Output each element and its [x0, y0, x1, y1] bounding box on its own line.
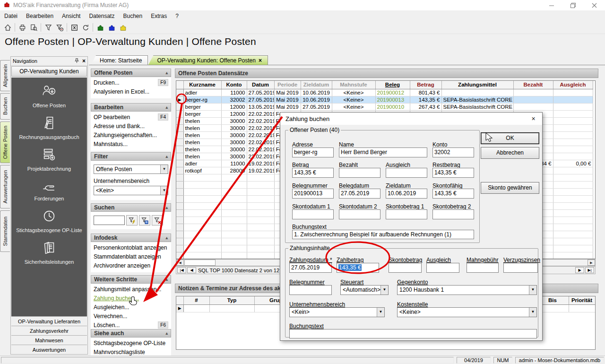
search-filter-clear-icon[interactable] — [152, 215, 163, 225]
cell[interactable]: SEPA-Basislastschrift CORE — [441, 96, 513, 103]
cell[interactable] — [247, 181, 274, 188]
row-selector[interactable] — [176, 89, 183, 96]
chevron-down-icon[interactable]: ▼ — [380, 286, 388, 295]
cell[interactable] — [513, 96, 553, 103]
cell[interactable]: 0,00 € — [553, 160, 593, 167]
vtab-buchen[interactable]: Buchen — [0, 93, 10, 120]
collapse-icon[interactable]: ▴ — [165, 205, 168, 210]
scroll-left-icon[interactable]: ◀ — [176, 260, 184, 266]
cell[interactable]: 201900013 — [375, 96, 410, 103]
cell[interactable]: 27.05.2019 — [301, 103, 332, 110]
cell[interactable] — [553, 202, 593, 209]
puzzle-yellow-icon[interactable] — [117, 22, 129, 33]
cell[interactable]: 30000 — [221, 131, 247, 139]
column-header-konto[interactable]: Konto — [221, 81, 247, 89]
cell[interactable]: thelen — [183, 153, 221, 160]
adresse-field[interactable]: berger-rg — [292, 147, 334, 157]
cell[interactable] — [553, 103, 593, 110]
collapse-icon[interactable]: ▴ — [165, 70, 168, 75]
cell[interactable]: 22.02.2019 — [247, 139, 274, 146]
cell[interactable]: 22.02.2019 — [247, 131, 274, 139]
cell[interactable] — [513, 103, 553, 110]
column-header-bezahlt[interactable]: Bezahlt — [513, 81, 553, 89]
vtab-allgemein[interactable]: Allgemein — [0, 60, 10, 91]
row-selector[interactable] — [176, 153, 183, 160]
cell[interactable] — [513, 89, 553, 96]
cell[interactable] — [221, 217, 247, 224]
row-selector[interactable] — [176, 124, 183, 131]
row-selector[interactable] — [176, 131, 183, 139]
column-header-mahnstufe[interactable]: Mahnstufe — [332, 81, 375, 89]
cell[interactable]: Mai 2019 — [274, 89, 301, 96]
cell[interactable] — [183, 195, 221, 202]
collapse-icon[interactable]: ▴ — [165, 154, 168, 159]
konto-field[interactable]: 32002 — [432, 147, 474, 157]
cell[interactable]: adler — [183, 89, 221, 96]
skonto-gewaehren-button[interactable]: Skonto gewähren — [481, 182, 539, 194]
cell[interactable] — [247, 231, 274, 238]
cell[interactable]: 27.05.2019 — [247, 89, 274, 96]
cell[interactable]: 267,43 € — [410, 103, 441, 110]
cell[interactable]: 19.02.2019 — [247, 167, 274, 174]
cell[interactable] — [553, 131, 593, 139]
cell[interactable]: thelen — [183, 146, 221, 153]
filter-preset-select[interactable]: Offene Posten▼ — [94, 165, 168, 174]
cell[interactable]: adler — [183, 160, 221, 167]
bezahlt-field[interactable] — [339, 168, 380, 178]
cell[interactable] — [221, 181, 247, 188]
nav-group-auswertungen[interactable]: Auswertungen — [11, 345, 87, 354]
refresh-icon[interactable] — [80, 22, 91, 33]
row-selector[interactable] — [176, 117, 183, 124]
nav-item-rechnungsausgangsbuch[interactable]: Rechnungsausgangsbuch — [11, 115, 87, 140]
table-row[interactable]: adler1100027.05.2019Mai 201910.06.2019<K… — [176, 89, 593, 96]
cancel-button[interactable]: Abbrechen — [481, 147, 539, 159]
cell[interactable] — [553, 153, 593, 160]
row-selector[interactable] — [176, 174, 183, 181]
menu-bearbeiten[interactable]: Bearbeiten — [22, 11, 58, 21]
cell[interactable] — [247, 188, 274, 195]
cell[interactable]: 28000 — [221, 167, 247, 174]
cell[interactable] — [553, 110, 593, 117]
cell[interactable] — [221, 252, 247, 259]
menu-help[interactable]: ? — [171, 11, 183, 21]
vtab-offene-posten[interactable]: Offene Posten — [0, 121, 10, 163]
cell[interactable] — [553, 146, 593, 153]
tab-close-icon[interactable]: × — [259, 57, 262, 64]
cell[interactable] — [183, 209, 221, 217]
cell[interactable]: 32002 — [221, 96, 247, 103]
cell[interactable] — [247, 202, 274, 209]
verzugszinsen-field[interactable] — [503, 263, 538, 273]
column-header-datum[interactable]: Datum — [247, 81, 274, 89]
cell[interactable]: <Keine> — [332, 89, 375, 96]
cell[interactable] — [553, 167, 593, 174]
record-next-icon[interactable]: ▶ — [575, 267, 584, 273]
cell[interactable]: 30000 — [221, 117, 247, 124]
cell[interactable] — [221, 231, 247, 238]
cell[interactable] — [221, 209, 247, 217]
close-button[interactable] — [584, 0, 605, 10]
cell[interactable]: berger — [183, 103, 221, 110]
column-header-beleg[interactable]: Beleg — [375, 81, 410, 89]
cell[interactable] — [553, 117, 593, 124]
cell[interactable] — [247, 238, 274, 245]
cell[interactable] — [221, 174, 247, 181]
menu-datei[interactable]: Datei — [0, 11, 22, 21]
filter-remove-icon[interactable] — [54, 22, 65, 33]
cell[interactable] — [221, 188, 247, 195]
row-selector[interactable] — [176, 188, 183, 195]
restore-button[interactable] — [562, 0, 584, 10]
chevron-down-icon[interactable]: ▼ — [377, 308, 384, 317]
row-selector[interactable] — [176, 103, 183, 110]
close-nav-icon[interactable]: × — [82, 58, 86, 64]
unternehmensbereich2-select[interactable]: <Kein>▼ — [289, 307, 385, 317]
cell[interactable]: 27.05.2019 — [247, 96, 274, 103]
cell[interactable]: 10.06.2019 — [301, 96, 332, 103]
action-op-bearbeiten[interactable]: OP bearbeitenF4 — [94, 113, 171, 122]
cell[interactable]: 22.02.2019 — [247, 124, 274, 131]
cell[interactable] — [183, 245, 221, 252]
minimize-button[interactable] — [541, 0, 562, 10]
cell[interactable]: 30000 — [221, 146, 247, 153]
restbetrag-field[interactable]: 143,35 € — [432, 168, 474, 178]
action-ausgleichen[interactable]: Ausgleichen... — [94, 303, 171, 312]
cell[interactable] — [221, 224, 247, 231]
